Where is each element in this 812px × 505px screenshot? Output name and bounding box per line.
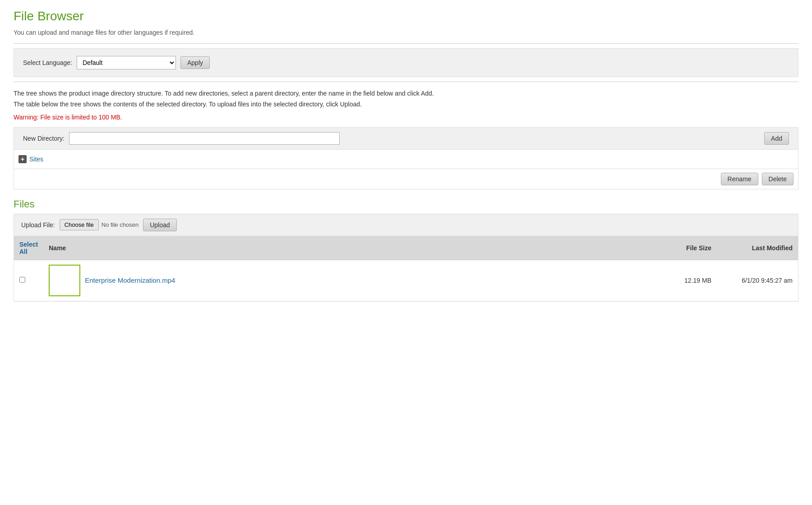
file-size-cell: 12.19 MB — [663, 260, 717, 301]
file-input-wrapper: Choose file No file chosen — [60, 219, 138, 230]
language-bar: Select Language: Default English Spanish… — [14, 48, 798, 77]
files-section: Upload File: Choose file No file chosen … — [14, 214, 798, 302]
files-table: Select All Name File Size Last Modified … — [14, 236, 798, 301]
files-heading: Files — [14, 198, 798, 210]
new-directory-input[interactable] — [69, 132, 340, 145]
directory-tree: + Sites — [14, 150, 798, 169]
upload-bar: Upload File: Choose file No file chosen … — [14, 214, 798, 236]
file-thumbnail — [49, 265, 80, 296]
new-directory-label: New Directory: — [23, 135, 65, 142]
description-block: The tree shows the product image directo… — [14, 88, 798, 110]
file-checkbox-cell — [14, 260, 43, 301]
no-file-text: No file chosen — [102, 221, 138, 228]
select-all-link[interactable]: Select All — [19, 241, 38, 255]
divider-lang — [14, 82, 798, 82]
file-name-cell: Enterprise Modernization.mp4 — [43, 260, 663, 301]
divider-top — [14, 43, 798, 44]
table-row: Enterprise Modernization.mp4 12.19 MB 6/… — [14, 260, 798, 301]
add-directory-button[interactable]: Add — [764, 132, 789, 145]
page-subtitle: You can upload and manage files for othe… — [14, 29, 798, 36]
language-label: Select Language: — [23, 59, 72, 66]
apply-button[interactable]: Apply — [180, 56, 210, 69]
file-checkbox[interactable] — [19, 277, 25, 283]
directory-actions: Rename Delete — [14, 169, 798, 189]
warning-text: Warning: File size is limited to 100 MB. — [14, 114, 798, 121]
choose-file-button[interactable]: Choose file — [60, 219, 99, 230]
upload-button[interactable]: Upload — [143, 219, 176, 231]
tree-link-sites[interactable]: Sites — [29, 156, 43, 163]
tree-expand-button[interactable]: + — [18, 155, 27, 163]
page-title: File Browser — [14, 9, 798, 23]
col-select: Select All — [14, 236, 43, 260]
col-size-header: File Size — [663, 236, 717, 260]
description-line2: The table below the tree shows the conte… — [14, 99, 798, 110]
col-modified-header: Last Modified — [717, 236, 798, 260]
upload-label: Upload File: — [21, 221, 55, 229]
rename-button[interactable]: Rename — [721, 173, 758, 185]
tree-item-sites: + Sites — [18, 153, 794, 165]
delete-button[interactable]: Delete — [762, 173, 794, 185]
file-modified-cell: 6/1/20 9:45:27 am — [717, 260, 798, 301]
language-select[interactable]: Default English Spanish French German — [77, 56, 176, 69]
col-name-header: Name — [43, 236, 663, 260]
table-header-row: Select All Name File Size Last Modified — [14, 236, 798, 260]
file-link[interactable]: Enterprise Modernization.mp4 — [85, 276, 175, 284]
new-directory-bar: New Directory: Add — [14, 127, 798, 150]
file-cell: Enterprise Modernization.mp4 — [49, 265, 657, 296]
description-line1: The tree shows the product image directo… — [14, 88, 798, 99]
